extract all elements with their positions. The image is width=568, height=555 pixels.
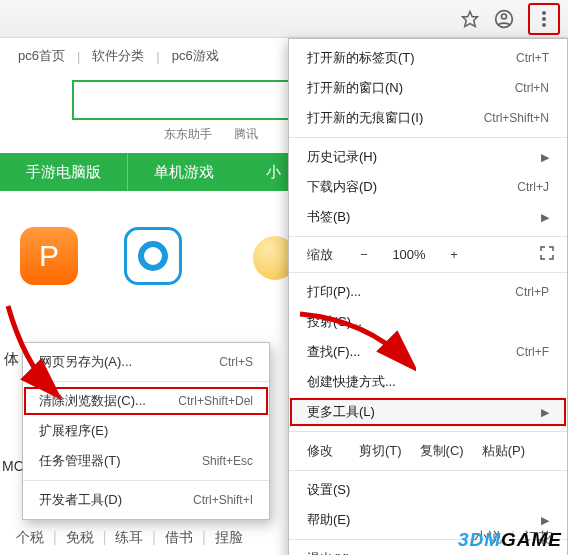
zoom-in-button[interactable]: + (441, 247, 467, 262)
menu-divider (289, 272, 567, 273)
footer-link[interactable]: 练耳 (109, 529, 149, 547)
star-icon[interactable] (460, 9, 480, 29)
chevron-right-icon: ▶ (541, 151, 549, 164)
more-tools-submenu: 网页另存为(A)...Ctrl+S 清除浏览数据(C)...Ctrl+Shift… (22, 342, 270, 520)
edit-cut[interactable]: 剪切(T) (353, 442, 408, 460)
menu-item-history[interactable]: 历史记录(H)▶ (289, 142, 567, 172)
menu-divider (23, 480, 269, 481)
menu-item-settings[interactable]: 设置(S) (289, 475, 567, 505)
nav-link-category[interactable]: 软件分类 (92, 47, 144, 65)
side-char: MC (2, 458, 24, 474)
side-char: 体 (4, 350, 19, 369)
browser-titlebar (0, 0, 568, 38)
user-icon[interactable] (494, 9, 514, 29)
svg-point-2 (502, 14, 507, 19)
search-hint[interactable]: 东东助手 (164, 126, 212, 143)
kebab-menu-highlight (528, 3, 560, 35)
chevron-right-icon: ▶ (541, 211, 549, 224)
submenu-extensions[interactable]: 扩展程序(E) (23, 416, 269, 446)
zoom-out-button[interactable]: − (351, 247, 377, 262)
menu-item-new-tab[interactable]: 打开新的标签页(T)Ctrl+T (289, 43, 567, 73)
svg-point-4 (542, 17, 546, 21)
edit-paste[interactable]: 粘贴(P) (476, 442, 531, 460)
menu-divider (23, 381, 269, 382)
app-item[interactable] (124, 227, 182, 285)
menu-item-incognito[interactable]: 打开新的无痕窗口(I)Ctrl+Shift+N (289, 103, 567, 133)
footer-link[interactable]: 免税 (60, 529, 100, 547)
edit-copy[interactable]: 复制(C) (414, 442, 470, 460)
fullscreen-icon[interactable] (539, 245, 555, 264)
menu-item-new-window[interactable]: 打开新的窗口(N)Ctrl+N (289, 73, 567, 103)
svg-point-5 (542, 23, 546, 27)
svg-point-3 (542, 11, 546, 15)
menu-item-zoom: 缩放 − 100% + (289, 241, 567, 268)
menu-item-bookmarks[interactable]: 书签(B)▶ (289, 202, 567, 232)
main-menu: 打开新的标签页(T)Ctrl+T 打开新的窗口(N)Ctrl+N 打开新的无痕窗… (288, 38, 568, 555)
tab-mobile-pc[interactable]: 手游电脑版 (0, 153, 128, 191)
menu-item-create-shortcut[interactable]: 创建快捷方式... (289, 367, 567, 397)
footer-link[interactable]: 捏脸 (209, 529, 249, 547)
chevron-right-icon: ▶ (541, 406, 549, 419)
footer-link[interactable]: 个税 (10, 529, 50, 547)
submenu-save-page-as[interactable]: 网页另存为(A)...Ctrl+S (23, 347, 269, 377)
nav-separator: | (156, 49, 159, 64)
search-hint[interactable]: 腾讯 (234, 126, 258, 143)
submenu-task-manager[interactable]: 任务管理器(T)Shift+Esc (23, 446, 269, 476)
menu-item-downloads[interactable]: 下载内容(D)Ctrl+J (289, 172, 567, 202)
zoom-percent: 100% (385, 247, 433, 262)
submenu-dev-tools[interactable]: 开发者工具(D)Ctrl+Shift+I (23, 485, 269, 515)
menu-divider (289, 236, 567, 237)
menu-divider (289, 431, 567, 432)
edit-label: 修改 (307, 442, 333, 460)
footer-link[interactable]: 借书 (159, 529, 199, 547)
nav-separator: | (77, 49, 80, 64)
watermark: 3DMGAME (458, 529, 562, 551)
svg-marker-0 (463, 11, 478, 26)
app-icon-browser (124, 227, 182, 285)
app-item[interactable]: P (20, 227, 78, 285)
menu-divider (289, 470, 567, 471)
submenu-clear-browsing-data[interactable]: 清除浏览数据(C)...Ctrl+Shift+Del (23, 386, 269, 416)
zoom-label: 缩放 (307, 246, 333, 264)
chevron-right-icon: ▶ (541, 514, 549, 527)
menu-item-find[interactable]: 查找(F)...Ctrl+F (289, 337, 567, 367)
nav-link-home[interactable]: pc6首页 (18, 47, 65, 65)
menu-divider (289, 137, 567, 138)
nav-link-games[interactable]: pc6游戏 (172, 47, 219, 65)
menu-item-edit: 修改 剪切(T) 复制(C) 粘贴(P) (289, 436, 567, 466)
menu-item-more-tools[interactable]: 更多工具(L)▶ (289, 397, 567, 427)
menu-item-print[interactable]: 打印(P)...Ctrl+P (289, 277, 567, 307)
app-icon-ppt: P (20, 227, 78, 285)
kebab-menu-icon[interactable] (534, 9, 554, 29)
tab-single-game[interactable]: 单机游戏 (128, 153, 240, 191)
menu-item-cast[interactable]: 投射(C)... (289, 307, 567, 337)
